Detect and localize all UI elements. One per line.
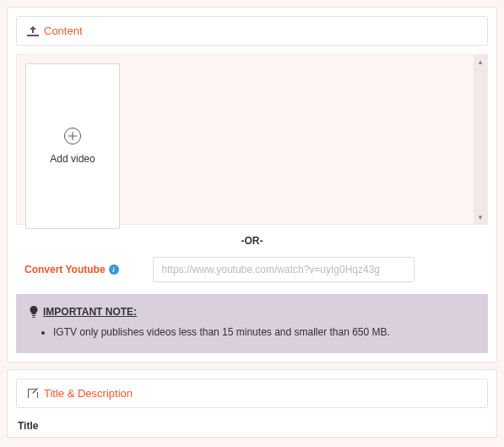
- info-icon[interactable]: i: [109, 264, 119, 275]
- content-panel: Content Add video ▲ ▼ -OR- Convert Youtu…: [7, 7, 497, 363]
- scrollbar[interactable]: ▲ ▼: [474, 55, 487, 224]
- add-video-button[interactable]: Add video: [25, 63, 120, 229]
- video-scroll-area: Add video ▲ ▼: [16, 54, 488, 225]
- important-note-box: IMPORTANT NOTE: IGTV only publishes vide…: [16, 294, 488, 353]
- title-description-panel: Title & Description Title: [7, 369, 497, 438]
- youtube-url-input[interactable]: [153, 257, 415, 282]
- edit-icon: [27, 388, 39, 400]
- title-header-label: Title & Description: [44, 387, 133, 400]
- convert-youtube-label: Convert Youtube i: [24, 264, 119, 275]
- lightbulb-icon: [30, 306, 38, 318]
- add-video-label: Add video: [50, 153, 95, 165]
- note-list: IGTV only publishes videos less than 15 …: [30, 324, 474, 340]
- note-header-text: IMPORTANT NOTE:: [43, 306, 137, 318]
- note-header: IMPORTANT NOTE:: [30, 306, 474, 318]
- or-separator: -OR-: [16, 225, 488, 257]
- convert-youtube-label-text: Convert Youtube: [24, 264, 106, 275]
- convert-youtube-row: Convert Youtube i: [16, 257, 488, 282]
- note-item: IGTV only publishes videos less than 15 …: [53, 324, 474, 340]
- title-panel-header: Title & Description: [16, 379, 488, 408]
- plus-circle-icon: [64, 128, 81, 144]
- scroll-down-arrow-icon[interactable]: ▼: [474, 210, 487, 224]
- upload-icon: [27, 26, 39, 36]
- content-body: Add video ▲ ▼ -OR- Convert Youtube i IMP…: [16, 54, 488, 353]
- content-header-label: Content: [44, 25, 83, 37]
- title-field-label: Title: [8, 417, 496, 432]
- scroll-up-arrow-icon[interactable]: ▲: [474, 55, 487, 68]
- content-panel-header: Content: [16, 16, 488, 46]
